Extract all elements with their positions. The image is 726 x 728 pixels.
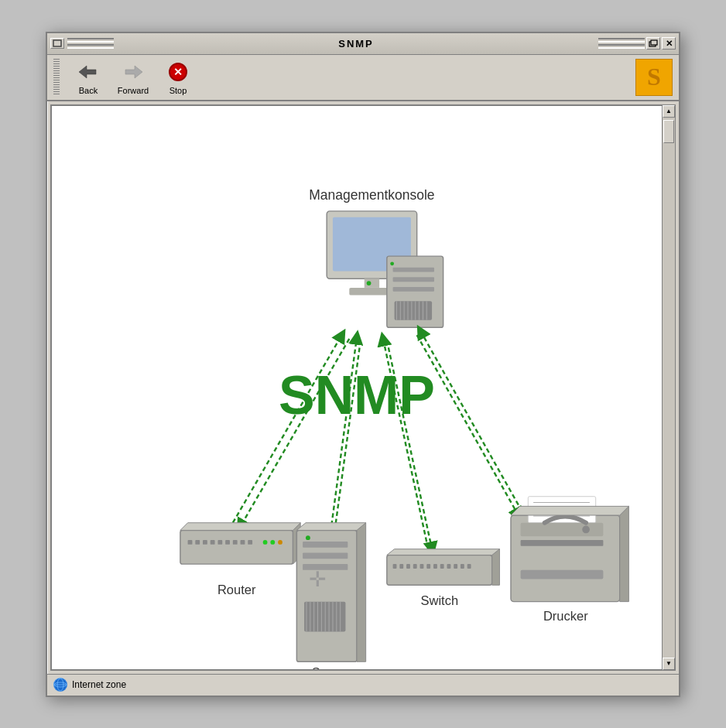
svg-point-39: [263, 540, 268, 545]
svg-rect-15: [393, 286, 434, 291]
svg-rect-62: [387, 555, 492, 585]
svg-rect-86: [521, 540, 604, 546]
back-button[interactable]: Back: [69, 60, 108, 95]
svg-rect-63: [393, 564, 397, 569]
svg-rect-74: [467, 564, 471, 569]
scroll-track[interactable]: [663, 118, 675, 658]
router-label: Router: [217, 582, 256, 596]
title-bar-left: [50, 38, 114, 49]
svg-rect-34: [217, 540, 222, 545]
vertical-scrollbar: ▲ ▼: [662, 104, 676, 671]
svg-rect-45: [303, 541, 348, 547]
status-text: Internet zone: [72, 679, 126, 690]
switch-label: Switch: [420, 593, 458, 607]
managementkonsole-label: Managementkonsole: [309, 187, 434, 203]
svg-marker-3: [79, 66, 96, 78]
svg-rect-67: [420, 564, 424, 569]
svg-rect-71: [447, 564, 450, 569]
drucker-label: Drucker: [543, 608, 588, 622]
svg-marker-5: [125, 66, 142, 78]
stop-icon: ✕: [166, 60, 190, 84]
title-bar: SNMP ✕: [47, 33, 679, 55]
svg-point-41: [278, 540, 283, 545]
svg-point-11: [367, 281, 372, 285]
svg-point-40: [270, 540, 275, 545]
svg-marker-76: [387, 549, 500, 555]
title-deco-left: [67, 38, 114, 49]
svg-rect-73: [461, 564, 464, 569]
svg-rect-38: [248, 540, 252, 545]
window-icon: [50, 38, 64, 49]
content-area: SNMP Managementkonsole: [50, 104, 662, 671]
svg-rect-37: [241, 540, 245, 545]
status-bar: Internet zone: [47, 674, 679, 696]
forward-label: Forward: [118, 86, 149, 95]
svg-point-48: [306, 535, 310, 540]
server-cross-deco: ✛: [309, 567, 327, 591]
toolbar-grip: [53, 59, 60, 96]
svg-marker-43: [180, 522, 300, 530]
window-title: SNMP: [114, 38, 598, 50]
svg-rect-35: [225, 540, 230, 545]
svg-rect-44: [296, 530, 357, 661]
status-globe-icon: [53, 678, 67, 692]
svg-rect-68: [426, 564, 430, 569]
svg-rect-29: [180, 530, 293, 564]
svg-rect-65: [406, 564, 410, 569]
svg-rect-46: [303, 552, 348, 559]
svg-rect-0: [53, 40, 61, 46]
svg-rect-30: [188, 540, 193, 545]
restore-button[interactable]: [646, 37, 660, 50]
svg-marker-87: [620, 506, 629, 601]
svg-rect-64: [399, 564, 403, 569]
back-icon: [76, 60, 101, 84]
server-label: Server: [312, 665, 350, 668]
svg-marker-88: [511, 506, 628, 515]
svg-point-26: [390, 261, 394, 265]
main-area: SNMP Managementkonsole: [47, 101, 679, 674]
snmp-diagram: SNMP Managementkonsole: [52, 106, 662, 669]
forward-icon: [121, 60, 146, 84]
forward-button[interactable]: Forward: [114, 60, 152, 95]
back-label: Back: [79, 86, 98, 95]
svg-rect-66: [413, 564, 417, 569]
svg-rect-70: [440, 564, 444, 569]
svg-rect-78: [521, 569, 604, 579]
svg-marker-60: [357, 522, 366, 661]
toolbar: Back Forward ✕ Stop S: [47, 55, 679, 101]
arrow-from-printer: [421, 331, 522, 511]
svg-rect-14: [393, 277, 434, 282]
svg-rect-2: [651, 40, 657, 45]
svg-rect-31: [195, 540, 200, 545]
svg-rect-72: [454, 564, 457, 569]
svg-rect-84: [521, 522, 604, 535]
stop-button[interactable]: ✕ Stop: [159, 60, 197, 95]
arrow-from-router: [233, 335, 342, 523]
svg-rect-33: [211, 540, 215, 545]
brand-logo: S: [635, 59, 673, 96]
svg-rect-36: [233, 540, 238, 545]
scroll-thumb[interactable]: [663, 120, 674, 143]
svg-point-85: [582, 525, 590, 533]
main-window: SNMP ✕: [46, 32, 680, 697]
close-button[interactable]: ✕: [662, 37, 676, 50]
svg-marker-61: [296, 522, 365, 530]
svg-rect-32: [203, 540, 207, 545]
scroll-up-button[interactable]: ▲: [663, 105, 675, 118]
svg-rect-69: [433, 564, 437, 569]
scroll-down-button[interactable]: ▼: [663, 658, 675, 670]
svg-rect-13: [393, 267, 434, 272]
stop-label: Stop: [170, 86, 187, 95]
title-bar-controls: ✕: [598, 37, 676, 50]
